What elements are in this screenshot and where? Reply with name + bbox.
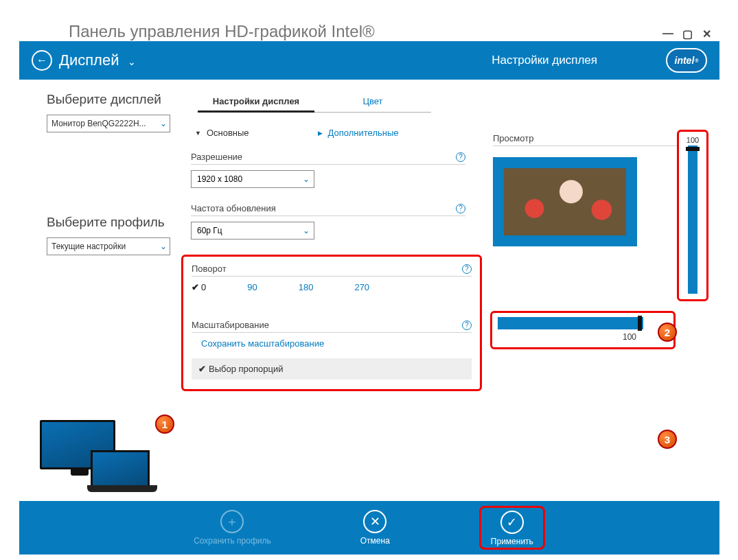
vertical-scale-slider[interactable] — [688, 145, 697, 294]
resolution-select[interactable]: 1920 x 1080 ⌄ — [191, 170, 314, 188]
laptop-icon — [91, 450, 150, 487]
help-icon[interactable]: ? — [456, 204, 465, 213]
page-subtitle: Настройки дисплея — [492, 54, 597, 67]
refresh-select[interactable]: 60p Гц ⌄ — [191, 222, 314, 240]
chevron-down-icon: ⌄ — [303, 226, 310, 235]
rotation-label: Поворот — [192, 264, 462, 274]
preview-label: Просмотр — [493, 133, 689, 143]
display-value: Монитор BenQG2222H... — [51, 119, 146, 128]
rotation-270[interactable]: 270 — [354, 282, 369, 292]
chevron-down-icon: ⌄ — [128, 56, 136, 67]
rotation-90[interactable]: 90 — [247, 282, 257, 292]
chevron-down-icon: ⌄ — [303, 174, 310, 184]
resolution-block: Разрешение ? 1920 x 1080 ⌄ — [191, 152, 465, 188]
save-profile-label: Сохранить профиль — [194, 536, 271, 546]
refresh-block: Частота обновления ? 60p Гц ⌄ — [191, 203, 465, 240]
body-area: Выберите дисплей Монитор BenQG2222H... ⌄… — [19, 80, 719, 478]
apply-label: Применить — [491, 537, 533, 546]
tab-color[interactable]: Цвет — [314, 92, 431, 113]
rotation-scaling-highlight: Поворот ? 0 90 180 270 Масштабирование ? — [181, 255, 482, 391]
horizontal-scale-highlight: 100 — [490, 311, 676, 349]
callout-2: 2 — [658, 323, 677, 342]
aspect-ratio-option[interactable]: Выбор пропорций — [192, 358, 472, 380]
check-icon: ✓ — [500, 511, 524, 534]
plus-icon: ＋ — [220, 510, 244, 533]
help-icon[interactable]: ? — [456, 152, 465, 162]
scaling-label: Масштабирование — [192, 320, 462, 330]
select-display-label: Выберите дисплей — [47, 92, 177, 108]
rotation-block: Поворот ? 0 90 180 270 — [192, 264, 472, 292]
slider-thumb[interactable] — [686, 147, 700, 151]
monitors-illustration — [40, 420, 157, 495]
subtab-basic[interactable]: Основные — [195, 128, 249, 138]
section-label: Дисплей — [59, 51, 119, 69]
display-selector[interactable]: Монитор BenQG2222H... ⌄ — [47, 115, 170, 132]
intel-logo: intel — [666, 48, 707, 73]
scaling-block: Масштабирование ? Сохранить масштабирова… — [192, 320, 472, 380]
rotation-180[interactable]: 180 — [299, 282, 314, 292]
close-button[interactable]: ✕ — [699, 26, 714, 41]
vertical-scale-value: 100 — [687, 136, 699, 144]
resolution-label: Разрешение — [191, 152, 456, 162]
slider-thumb[interactable] — [638, 316, 642, 331]
apply-button[interactable]: ✓ Применить — [491, 511, 533, 546]
minimize-button[interactable]: — — [660, 26, 676, 41]
cancel-label: Отмена — [360, 536, 390, 546]
section-dropdown[interactable]: Дисплей ⌄ — [59, 51, 136, 69]
preview-image — [493, 157, 637, 246]
back-button[interactable]: ← — [32, 50, 52, 71]
footer-bar: ＋ Сохранить профиль ✕ Отмена ✓ Применить — [19, 501, 719, 555]
select-profile-label: Выберите профиль — [47, 215, 177, 231]
intel-graphics-panel: Панель управления HD-графикой Intel® — ▢… — [19, 14, 719, 555]
right-column: Просмотр ? 100 100 — [465, 92, 711, 478]
close-icon: ✕ — [363, 510, 387, 533]
tab-display-settings[interactable]: Настройки дисплея — [198, 92, 314, 113]
subtab-advanced[interactable]: Дополнительные — [318, 128, 399, 138]
callout-1: 1 — [155, 415, 174, 434]
profile-selector[interactable]: Текущие настройки ⌄ — [47, 237, 170, 255]
refresh-label: Частота обновления — [191, 203, 456, 213]
refresh-value: 60p Гц — [197, 226, 222, 235]
title-bar: Панель управления HD-графикой Intel® — ▢… — [19, 14, 719, 41]
window-title: Панель управления HD-графикой Intel® — [69, 22, 656, 41]
apply-highlight: ✓ Применить — [479, 506, 545, 550]
vertical-scale-highlight: 100 — [677, 130, 708, 301]
save-scaling-link[interactable]: Сохранить масштабирование — [201, 338, 472, 349]
cancel-button[interactable]: ✕ Отмена — [360, 510, 390, 546]
resolution-value: 1920 x 1080 — [197, 174, 242, 184]
horizontal-scale-value: 100 — [498, 332, 668, 342]
middle-column: Настройки дисплея Цвет Основные Дополнит… — [191, 92, 465, 478]
callout-3: 3 — [658, 430, 677, 449]
rotation-0[interactable]: 0 — [192, 282, 206, 292]
chevron-down-icon: ⌄ — [160, 242, 167, 251]
chevron-down-icon: ⌄ — [160, 119, 167, 128]
arrow-left-icon: ← — [36, 54, 47, 67]
horizontal-scale-slider[interactable] — [498, 317, 643, 329]
blue-header: ← Дисплей ⌄ Настройки дисплея intel — [19, 41, 719, 80]
maximize-button[interactable]: ▢ — [680, 26, 695, 41]
save-profile-button: ＋ Сохранить профиль — [194, 510, 271, 546]
preview-area: 100 100 — [493, 157, 671, 246]
profile-value: Текущие настройки — [51, 242, 126, 251]
